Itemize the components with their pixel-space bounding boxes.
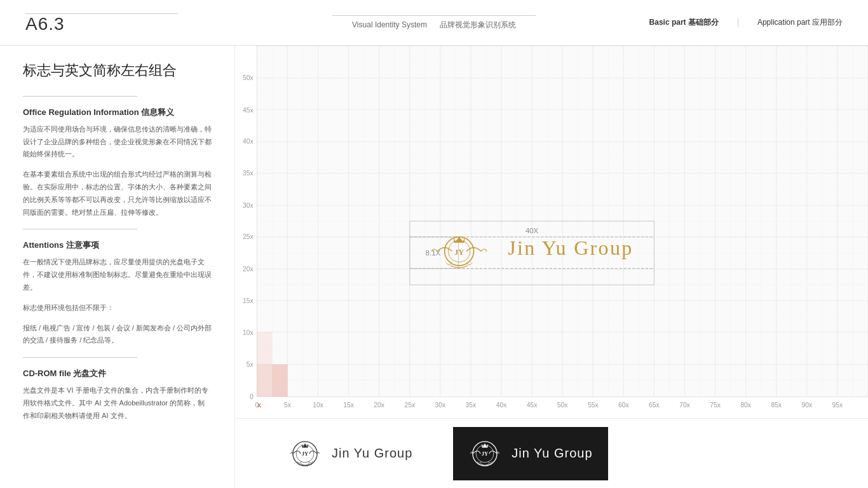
- logo-text-light: Jin Yu Group: [332, 446, 412, 461]
- svg-text:50x: 50x: [243, 74, 254, 81]
- header: A6.3 Visual Identity System 品牌视觉形象识别系统 B…: [0, 0, 868, 46]
- svg-text:10x: 10x: [313, 402, 323, 409]
- divider-2: [23, 229, 137, 229]
- svg-text:JY: JY: [302, 451, 309, 457]
- section1-body1: 为适应不同使用场合与环境，确保信息传达的清晰与准确，特设计了企业品牌的多种组合，…: [23, 123, 212, 161]
- center-titles: Visual Identity System 品牌视觉形象识别系统: [352, 20, 516, 30]
- svg-text:25x: 25x: [404, 402, 415, 409]
- header-left: A6.3: [25, 11, 178, 34]
- svg-text:30x: 30x: [435, 402, 446, 409]
- svg-text:5x: 5x: [284, 402, 291, 409]
- divider-1: [23, 96, 137, 97]
- main-layout: 标志与英文简称左右组合 Office Regulation Informatio…: [0, 46, 868, 488]
- svg-text:15x: 15x: [243, 297, 254, 304]
- svg-text:5x: 5x: [247, 361, 254, 368]
- sidebar: 标志与英文简称左右组合 Office Regulation Informatio…: [0, 46, 235, 488]
- section3-body: 光盘文件是本 VI 手册电子文件的集合，内含手册制作时的专用软件格式文件。其中 …: [23, 384, 212, 422]
- svg-text:40X: 40X: [526, 227, 539, 234]
- svg-text:35x: 35x: [466, 402, 477, 409]
- vi-title-chinese: 品牌视觉形象识别系统: [440, 20, 516, 30]
- svg-rect-103: [257, 332, 272, 365]
- svg-text:45x: 45x: [527, 402, 538, 409]
- header-right: Basic part 基础部分 Application part 应用部分: [649, 17, 843, 28]
- chart-area: 0 5x 10x 15x 20x 25x 30x 35x 40x 45x 50x…: [235, 46, 868, 418]
- section2-body1: 在一般情况下使用品牌标志，应尽量使用提供的光盘电子文件，不建议使用标准制图绘制标…: [23, 256, 212, 294]
- section3-heading: CD-ROM file 光盘文件: [23, 368, 212, 379]
- divider-3: [23, 357, 137, 358]
- svg-text:JY: JY: [482, 451, 489, 457]
- svg-text:55x: 55x: [588, 402, 599, 409]
- svg-text:70x: 70x: [679, 402, 690, 409]
- svg-text:25x: 25x: [243, 233, 254, 240]
- page-code: A6.3: [25, 14, 178, 34]
- svg-text:Jin Yu Group: Jin Yu Group: [508, 237, 633, 259]
- nav-application[interactable]: Application part 应用部分: [757, 17, 843, 28]
- vi-title-english: Visual Identity System: [352, 20, 427, 29]
- svg-text:40x: 40x: [496, 402, 507, 409]
- svg-text:90x: 90x: [802, 402, 813, 409]
- section2-body2: 标志使用环境包括但不限于：: [23, 302, 212, 315]
- section2-heading: Attentions 注意事项: [23, 240, 212, 251]
- logo-emblem-dark: JY: [468, 437, 501, 470]
- svg-text:10x: 10x: [243, 329, 254, 336]
- svg-text:20x: 20x: [243, 266, 254, 273]
- svg-text:50x: 50x: [557, 402, 568, 409]
- logo-showcase: JY Jin Yu Group JY: [235, 418, 868, 488]
- svg-text:45x: 45x: [243, 107, 254, 114]
- logo-light-version: JY Jin Yu Group: [273, 427, 428, 480]
- svg-text:60x: 60x: [618, 402, 629, 409]
- svg-text:95x: 95x: [832, 402, 843, 409]
- svg-text:65x: 65x: [649, 402, 660, 409]
- svg-text:75x: 75x: [710, 402, 721, 409]
- content-area: 0 5x 10x 15x 20x 25x 30x 35x 40x 45x 50x…: [235, 46, 868, 488]
- svg-text:x: x: [257, 402, 261, 409]
- nav-divider: [738, 18, 738, 27]
- logo-text-dark: Jin Yu Group: [512, 446, 592, 461]
- svg-text:85x: 85x: [771, 402, 782, 409]
- logo-emblem-light: JY: [288, 437, 322, 470]
- svg-text:30x: 30x: [243, 202, 254, 209]
- svg-text:35x: 35x: [243, 170, 254, 177]
- center-line: [332, 15, 536, 16]
- svg-text:80x: 80x: [740, 402, 751, 409]
- section1-body2: 在基本要素组合系统中出现的组合形式均经过严格的测算与检验。在实际应用中，标志的位…: [23, 168, 212, 219]
- logo-dark-version: JY Jin Yu Group: [453, 427, 607, 480]
- svg-text:40x: 40x: [243, 138, 254, 145]
- grid-svg: 0 5x 10x 15x 20x 25x 30x 35x 40x 45x 50x…: [235, 46, 868, 418]
- svg-text:20x: 20x: [374, 402, 384, 409]
- svg-rect-104: [272, 364, 287, 396]
- svg-text:JY: JY: [454, 248, 464, 257]
- section1-heading: Office Regulation Information 信息释义: [23, 107, 212, 118]
- header-center: Visual Identity System 品牌视觉形象识别系统: [332, 15, 536, 30]
- svg-text:0: 0: [250, 393, 254, 400]
- section-main-title: 标志与英文简称左右组合: [23, 61, 212, 81]
- nav-basic[interactable]: Basic part 基础部分: [649, 17, 719, 28]
- section2-body3: 报纸 / 电视广告 / 宣传 / 包装 / 会议 / 新闻发布会 / 公司内外部…: [23, 322, 212, 348]
- svg-text:15x: 15x: [343, 402, 354, 409]
